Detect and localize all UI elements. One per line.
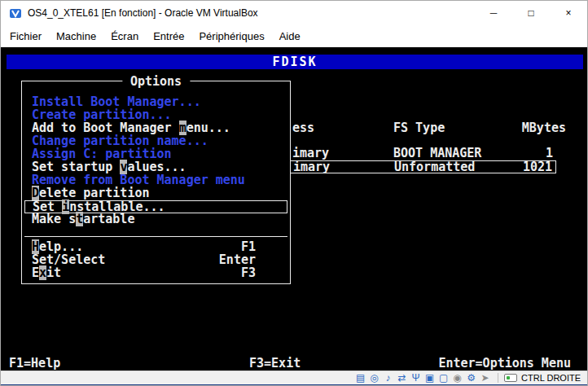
fdisk-title: FDISK xyxy=(272,55,317,69)
recording-icon[interactable]: ◉ xyxy=(450,372,464,384)
hint-f1-help: F1=Help xyxy=(9,357,60,370)
menubar-item-p-riph-riques[interactable]: Périphériques xyxy=(191,25,271,47)
menu-label-text: it xyxy=(46,265,61,280)
menu-label-text: artable xyxy=(83,212,134,226)
cell-mbytes: 1 xyxy=(546,147,553,160)
hdd-icon[interactable]: ▤ xyxy=(353,372,367,384)
status-separator xyxy=(498,373,498,383)
fdisk-title-bar: FDISK xyxy=(7,55,583,69)
title-bar: OS4_0_XTEL61 [En fonction] - Oracle VM V… xyxy=(1,1,587,25)
maximize-button[interactable]: □ xyxy=(512,1,550,25)
options-item-make-startable[interactable]: Make startable xyxy=(22,213,290,226)
shortcut-key: Enter xyxy=(219,254,256,266)
column-header-access: ess xyxy=(292,121,314,134)
shortcut-key: F3 xyxy=(241,267,256,279)
status-icons: ▤◎♪⇄Ψ▣▢◉⚙➤ xyxy=(353,372,492,384)
audio-icon[interactable]: ♪ xyxy=(381,372,395,384)
menubar-item-machine[interactable]: Machine xyxy=(49,25,103,47)
shortcut-key: F1 xyxy=(241,241,256,253)
options-item-exit[interactable]: ExitF3 xyxy=(22,267,290,280)
minimize-button[interactable]: ─ xyxy=(475,1,512,25)
features-icon[interactable]: ⚙ xyxy=(464,372,478,384)
menubar-item-cran[interactable]: Écran xyxy=(103,25,146,47)
partition-row[interactable]: imaryUnformatted1021 xyxy=(287,160,556,173)
menu-label-text: E xyxy=(32,265,39,280)
cell-partition-type: imary xyxy=(292,147,329,160)
virtualbox-logo-icon xyxy=(8,6,23,20)
hotkey-letter: D xyxy=(32,186,39,200)
usb-icon[interactable]: Ψ xyxy=(409,372,423,384)
display-icon[interactable]: ▢ xyxy=(437,372,450,384)
cell-partition-type: imary xyxy=(293,161,330,173)
mouse-icon[interactable]: ➤ xyxy=(478,372,492,384)
shared-folders-icon[interactable]: ▣ xyxy=(423,372,437,384)
menu-label-text: elete partition xyxy=(39,186,149,200)
hotkey-letter: t xyxy=(76,212,83,226)
fdisk-key-hints: F1=Help F3=Exit Enter=Options Menu xyxy=(1,357,588,370)
menubar-item-fichier[interactable]: Fichier xyxy=(2,25,49,47)
menu-separator xyxy=(24,236,287,237)
options-menu: Options Install Boot Manager...Create pa… xyxy=(21,81,291,284)
column-header-fs-type: FS Type xyxy=(393,121,445,134)
menubar-item-aide[interactable]: Aide xyxy=(272,25,308,47)
menu-bar: FichierMachineÉcranEntréePériphériquesAi… xyxy=(1,25,587,47)
menu-label-text: Make s xyxy=(32,212,76,226)
hotkey-letter: x xyxy=(39,265,46,280)
close-button[interactable]: × xyxy=(550,1,587,25)
status-bar: ▤◎♪⇄Ψ▣▢◉⚙➤ CTRL DROITE xyxy=(1,371,587,384)
cell-mbytes: 1021 xyxy=(523,161,552,173)
virtualbox-window: OS4_0_XTEL61 [En fonction] - Oracle VM V… xyxy=(0,0,588,386)
window-title: OS4_0_XTEL61 [En fonction] - Oracle VM V… xyxy=(28,7,475,19)
hint-f3-exit: F3=Exit xyxy=(249,357,301,370)
partition-row[interactable]: imaryBOOT MANAGER1 xyxy=(287,147,556,160)
network-icon[interactable]: ⇄ xyxy=(395,372,409,384)
column-header-mbytes: MBytes xyxy=(489,121,566,134)
keyboard-icon xyxy=(504,374,517,382)
menubar-item-entr-e[interactable]: Entrée xyxy=(146,25,191,47)
vm-display: FDISK ess FS Type MBytes imaryBOOT MANAG… xyxy=(1,47,588,371)
cell-fs-type: Unformatted xyxy=(394,161,475,173)
window-controls: ─ □ × xyxy=(475,1,587,25)
host-key-label: CTRL DROITE xyxy=(521,373,581,383)
options-menu-title: Options xyxy=(122,74,190,89)
optical-disc-icon[interactable]: ◎ xyxy=(367,372,381,384)
hint-enter-options: Enter=Options Menu xyxy=(438,357,571,370)
cell-fs-type: BOOT MANAGER xyxy=(393,147,481,160)
options-item-delete-partition[interactable]: Delete partition xyxy=(22,187,290,200)
host-key-indicator: CTRL DROITE xyxy=(504,373,581,383)
